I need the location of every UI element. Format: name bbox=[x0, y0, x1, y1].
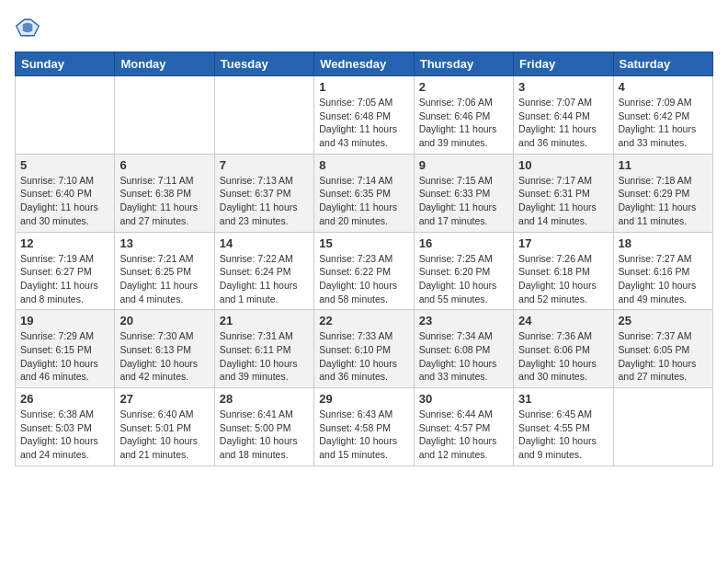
calendar-cell: 15Sunrise: 7:23 AM Sunset: 6:22 PM Dayli… bbox=[314, 232, 414, 310]
day-number: 9 bbox=[419, 158, 508, 172]
day-info: Sunrise: 7:13 AM Sunset: 6:37 PM Dayligh… bbox=[220, 174, 309, 228]
calendar-cell: 17Sunrise: 7:26 AM Sunset: 6:18 PM Dayli… bbox=[514, 232, 613, 310]
day-info: Sunrise: 7:29 AM Sunset: 6:15 PM Dayligh… bbox=[20, 329, 109, 384]
day-info: Sunrise: 7:37 AM Sunset: 6:05 PM Dayligh… bbox=[619, 329, 708, 384]
day-info: Sunrise: 6:45 AM Sunset: 4:55 PM Dayligh… bbox=[518, 408, 608, 462]
calendar-week-row: 5Sunrise: 7:10 AM Sunset: 6:40 PM Daylig… bbox=[16, 154, 713, 232]
calendar-cell: 11Sunrise: 7:18 AM Sunset: 6:29 PM Dayli… bbox=[613, 154, 712, 232]
day-number: 26 bbox=[20, 392, 109, 406]
day-info: Sunrise: 6:38 AM Sunset: 5:03 PM Dayligh… bbox=[20, 408, 109, 462]
day-info: Sunrise: 7:09 AM Sunset: 6:42 PM Dayligh… bbox=[619, 96, 708, 150]
day-number: 27 bbox=[119, 392, 209, 406]
calendar-cell: 20Sunrise: 7:30 AM Sunset: 6:13 PM Dayli… bbox=[115, 310, 214, 388]
calendar-cell: 6Sunrise: 7:11 AM Sunset: 6:38 PM Daylig… bbox=[115, 154, 214, 232]
calendar-cell: 23Sunrise: 7:34 AM Sunset: 6:08 PM Dayli… bbox=[414, 310, 513, 388]
day-number: 18 bbox=[619, 236, 708, 250]
day-number: 11 bbox=[619, 158, 708, 172]
calendar-cell: 8Sunrise: 7:14 AM Sunset: 6:35 PM Daylig… bbox=[314, 154, 414, 232]
day-info: Sunrise: 7:05 AM Sunset: 6:48 PM Dayligh… bbox=[319, 96, 408, 150]
calendar-cell: 27Sunrise: 6:40 AM Sunset: 5:01 PM Dayli… bbox=[115, 388, 214, 466]
logo-icon bbox=[15, 15, 40, 40]
weekday-header-wednesday: Wednesday bbox=[314, 52, 414, 76]
calendar-cell: 10Sunrise: 7:17 AM Sunset: 6:31 PM Dayli… bbox=[514, 154, 613, 232]
calendar-cell: 19Sunrise: 7:29 AM Sunset: 6:15 PM Dayli… bbox=[16, 310, 115, 388]
calendar-cell: 5Sunrise: 7:10 AM Sunset: 6:40 PM Daylig… bbox=[16, 154, 115, 232]
calendar-cell: 13Sunrise: 7:21 AM Sunset: 6:25 PM Dayli… bbox=[115, 232, 214, 310]
calendar-cell: 14Sunrise: 7:22 AM Sunset: 6:24 PM Dayli… bbox=[214, 232, 313, 310]
calendar-cell: 30Sunrise: 6:44 AM Sunset: 4:57 PM Dayli… bbox=[414, 388, 513, 466]
day-info: Sunrise: 7:06 AM Sunset: 6:46 PM Dayligh… bbox=[419, 96, 508, 150]
day-number: 21 bbox=[220, 314, 309, 327]
day-number: 5 bbox=[20, 158, 109, 172]
day-number: 31 bbox=[518, 392, 608, 406]
calendar-cell: 1Sunrise: 7:05 AM Sunset: 6:48 PM Daylig… bbox=[314, 76, 414, 155]
day-info: Sunrise: 7:14 AM Sunset: 6:35 PM Dayligh… bbox=[319, 174, 408, 228]
day-info: Sunrise: 7:34 AM Sunset: 6:08 PM Dayligh… bbox=[419, 329, 508, 384]
day-info: Sunrise: 6:44 AM Sunset: 4:57 PM Dayligh… bbox=[419, 408, 508, 462]
day-number: 3 bbox=[518, 80, 608, 94]
day-number: 13 bbox=[119, 236, 209, 250]
day-info: Sunrise: 7:18 AM Sunset: 6:29 PM Dayligh… bbox=[619, 174, 708, 228]
calendar-week-row: 26Sunrise: 6:38 AM Sunset: 5:03 PM Dayli… bbox=[16, 388, 713, 466]
day-number: 29 bbox=[319, 392, 408, 406]
calendar-cell: 9Sunrise: 7:15 AM Sunset: 6:33 PM Daylig… bbox=[414, 154, 513, 232]
day-number: 25 bbox=[619, 314, 708, 327]
day-info: Sunrise: 7:15 AM Sunset: 6:33 PM Dayligh… bbox=[419, 174, 508, 228]
weekday-header-monday: Monday bbox=[115, 52, 214, 76]
day-info: Sunrise: 7:36 AM Sunset: 6:06 PM Dayligh… bbox=[518, 329, 608, 384]
day-info: Sunrise: 7:11 AM Sunset: 6:38 PM Dayligh… bbox=[119, 174, 209, 228]
calendar-cell: 2Sunrise: 7:06 AM Sunset: 6:46 PM Daylig… bbox=[414, 76, 513, 155]
day-info: Sunrise: 7:26 AM Sunset: 6:18 PM Dayligh… bbox=[518, 252, 608, 306]
day-number: 19 bbox=[20, 314, 109, 327]
day-info: Sunrise: 6:41 AM Sunset: 5:00 PM Dayligh… bbox=[220, 408, 309, 462]
day-info: Sunrise: 7:22 AM Sunset: 6:24 PM Dayligh… bbox=[220, 252, 309, 306]
calendar-cell bbox=[214, 76, 313, 155]
day-info: Sunrise: 7:21 AM Sunset: 6:25 PM Dayligh… bbox=[119, 252, 209, 306]
logo bbox=[15, 15, 44, 40]
day-number: 15 bbox=[319, 236, 408, 250]
day-info: Sunrise: 7:30 AM Sunset: 6:13 PM Dayligh… bbox=[119, 329, 209, 384]
day-number: 2 bbox=[419, 80, 508, 94]
calendar-cell: 29Sunrise: 6:43 AM Sunset: 4:58 PM Dayli… bbox=[314, 388, 414, 466]
day-number: 28 bbox=[220, 392, 309, 406]
day-info: Sunrise: 7:10 AM Sunset: 6:40 PM Dayligh… bbox=[20, 174, 109, 228]
weekday-header-tuesday: Tuesday bbox=[214, 52, 313, 76]
day-number: 17 bbox=[518, 236, 608, 250]
day-number: 10 bbox=[518, 158, 608, 172]
calendar-cell bbox=[16, 76, 115, 155]
day-number: 22 bbox=[319, 314, 408, 327]
day-number: 20 bbox=[119, 314, 209, 327]
day-info: Sunrise: 7:07 AM Sunset: 6:44 PM Dayligh… bbox=[518, 96, 608, 150]
calendar-cell: 16Sunrise: 7:25 AM Sunset: 6:20 PM Dayli… bbox=[414, 232, 513, 310]
calendar-cell: 22Sunrise: 7:33 AM Sunset: 6:10 PM Dayli… bbox=[314, 310, 414, 388]
day-info: Sunrise: 7:33 AM Sunset: 6:10 PM Dayligh… bbox=[319, 329, 408, 384]
calendar-cell bbox=[613, 388, 712, 466]
page-header bbox=[15, 15, 713, 40]
calendar-cell: 18Sunrise: 7:27 AM Sunset: 6:16 PM Dayli… bbox=[613, 232, 712, 310]
calendar-cell: 26Sunrise: 6:38 AM Sunset: 5:03 PM Dayli… bbox=[16, 388, 115, 466]
calendar-cell: 12Sunrise: 7:19 AM Sunset: 6:27 PM Dayli… bbox=[16, 232, 115, 310]
day-number: 12 bbox=[20, 236, 109, 250]
day-info: Sunrise: 7:31 AM Sunset: 6:11 PM Dayligh… bbox=[220, 329, 309, 384]
weekday-header-saturday: Saturday bbox=[613, 52, 712, 76]
calendar-cell: 28Sunrise: 6:41 AM Sunset: 5:00 PM Dayli… bbox=[214, 388, 313, 466]
calendar-cell bbox=[115, 76, 214, 155]
day-number: 23 bbox=[419, 314, 508, 327]
day-number: 6 bbox=[119, 158, 209, 172]
day-info: Sunrise: 7:25 AM Sunset: 6:20 PM Dayligh… bbox=[419, 252, 508, 306]
calendar-week-row: 12Sunrise: 7:19 AM Sunset: 6:27 PM Dayli… bbox=[16, 232, 713, 310]
day-info: Sunrise: 7:27 AM Sunset: 6:16 PM Dayligh… bbox=[619, 252, 708, 306]
calendar-cell: 25Sunrise: 7:37 AM Sunset: 6:05 PM Dayli… bbox=[613, 310, 712, 388]
calendar-cell: 7Sunrise: 7:13 AM Sunset: 6:37 PM Daylig… bbox=[214, 154, 313, 232]
day-number: 24 bbox=[518, 314, 608, 327]
weekday-header-thursday: Thursday bbox=[414, 52, 513, 76]
calendar-cell: 3Sunrise: 7:07 AM Sunset: 6:44 PM Daylig… bbox=[514, 76, 613, 155]
day-number: 16 bbox=[419, 236, 508, 250]
day-info: Sunrise: 6:43 AM Sunset: 4:58 PM Dayligh… bbox=[319, 408, 408, 462]
day-info: Sunrise: 7:19 AM Sunset: 6:27 PM Dayligh… bbox=[20, 252, 109, 306]
day-info: Sunrise: 7:17 AM Sunset: 6:31 PM Dayligh… bbox=[518, 174, 608, 228]
calendar-cell: 31Sunrise: 6:45 AM Sunset: 4:55 PM Dayli… bbox=[514, 388, 613, 466]
calendar-cell: 4Sunrise: 7:09 AM Sunset: 6:42 PM Daylig… bbox=[613, 76, 712, 155]
weekday-header-friday: Friday bbox=[514, 52, 613, 76]
day-number: 14 bbox=[220, 236, 309, 250]
